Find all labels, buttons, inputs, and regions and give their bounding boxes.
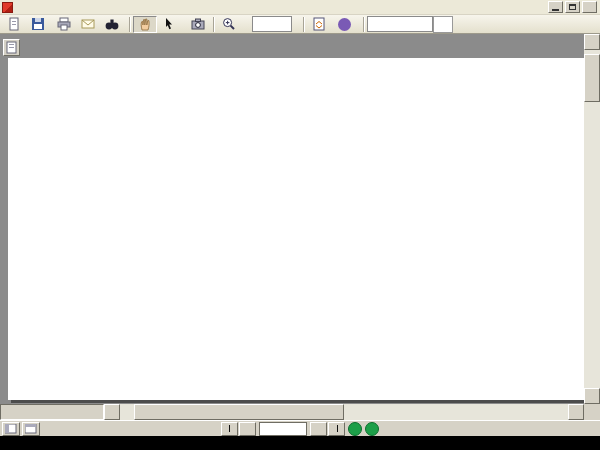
document-button[interactable] [2, 16, 26, 33]
toggle-panel-button[interactable] [2, 422, 20, 436]
zoom-level-combo[interactable] [252, 16, 292, 32]
adobe-reader-window [0, 0, 600, 436]
scroll-left-button[interactable] [104, 404, 120, 420]
last-page-button[interactable] [328, 422, 345, 436]
status-bar [0, 420, 600, 436]
toggle-toolbar-button[interactable] [22, 422, 40, 436]
toolbar-separator [303, 17, 304, 32]
yahoo-button[interactable] [433, 16, 453, 33]
horizontal-scrollbar-row [0, 404, 600, 420]
menu-edit[interactable] [29, 0, 41, 15]
first-page-button[interactable] [221, 422, 238, 436]
search-web-input[interactable] [367, 16, 433, 32]
zoom-tool-button[interactable] [217, 16, 244, 33]
scroll-up-button[interactable] [584, 34, 600, 50]
floppy-disk-icon [30, 16, 46, 32]
toolbar [0, 15, 600, 34]
page-position-indicator[interactable] [259, 422, 307, 436]
page-navigation [221, 422, 379, 436]
window-controls [548, 1, 600, 13]
next-view-button[interactable] [365, 422, 379, 436]
adobe-pdf-icon [2, 2, 13, 13]
save-a-copy-button[interactable] [26, 16, 52, 33]
print-button[interactable] [52, 16, 76, 33]
menu-tools[interactable] [65, 0, 77, 15]
page-size-indicator [0, 404, 104, 420]
magnifier-plus-icon [221, 16, 237, 32]
vertical-scroll-thumb[interactable] [584, 54, 600, 102]
last-page-icon [336, 425, 338, 432]
envelope-icon [80, 16, 96, 32]
toolbar-separator [129, 17, 130, 32]
restore-icon [569, 4, 576, 10]
previous-view-button[interactable] [348, 422, 362, 436]
menu-help[interactable] [89, 0, 101, 15]
document-pane [0, 34, 600, 404]
hand-icon [137, 16, 153, 32]
pages-panel-icon [5, 41, 18, 54]
next-page-button[interactable] [310, 422, 327, 436]
vertical-scrollbar[interactable] [584, 34, 600, 404]
menu-document[interactable] [53, 0, 65, 15]
fit-page-button[interactable] [307, 16, 334, 33]
zoom-in-button[interactable] [292, 16, 300, 33]
menu-window[interactable] [77, 0, 89, 15]
toolbar-separator [363, 17, 364, 32]
camera-icon [190, 16, 206, 32]
minimize-button[interactable] [548, 1, 563, 13]
zoom-out-button[interactable] [244, 16, 252, 33]
select-tool-button[interactable] [157, 16, 186, 33]
toolbar-toggle-icon [25, 424, 37, 434]
menu-bar [0, 0, 600, 15]
printer-icon [56, 16, 72, 32]
panel-icon [5, 424, 17, 434]
restore-button[interactable] [565, 1, 580, 13]
binoculars-icon [104, 16, 120, 32]
snapshot-button[interactable] [186, 16, 210, 33]
pages-panel-button[interactable] [3, 39, 20, 56]
scroll-right-button[interactable] [568, 404, 584, 420]
scroll-down-button[interactable] [584, 388, 600, 404]
screenshot [0, 0, 600, 450]
horizontal-scroll-track[interactable] [120, 404, 568, 420]
minimize-icon [552, 9, 559, 11]
horizontal-scroll-thumb[interactable] [134, 404, 344, 420]
pdf-page [8, 58, 584, 400]
toolbar-separator [213, 17, 214, 32]
hand-tool-button[interactable] [133, 16, 157, 33]
email-button[interactable] [76, 16, 100, 33]
menu-view[interactable] [41, 0, 53, 15]
scrollbar-corner [584, 404, 600, 420]
help-icon [338, 18, 351, 31]
help-button[interactable] [334, 16, 360, 33]
search-button[interactable] [100, 16, 126, 33]
close-button[interactable] [582, 1, 597, 13]
first-page-icon [229, 425, 231, 432]
site-plan-map [8, 58, 584, 400]
previous-page-button[interactable] [239, 422, 256, 436]
select-arrow-icon [161, 16, 177, 32]
menu-file[interactable] [17, 0, 29, 15]
fit-page-icon [311, 16, 327, 32]
document-icon [6, 16, 22, 32]
